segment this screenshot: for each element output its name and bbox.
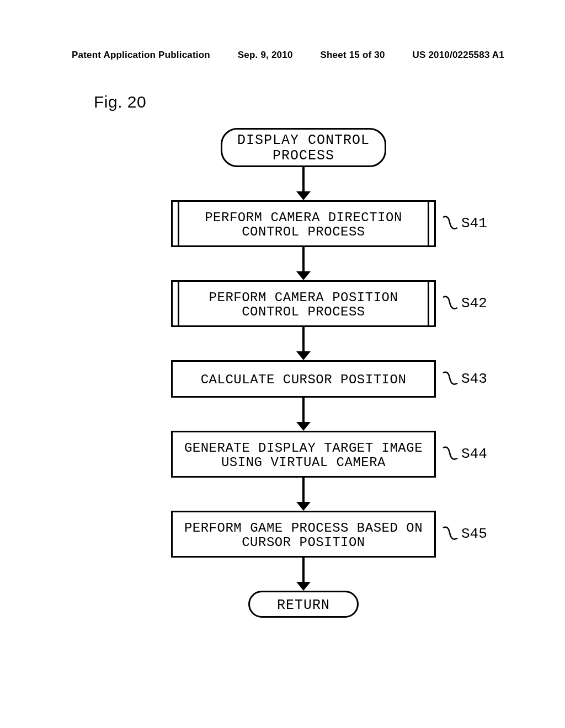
step-id-text: S44 [461,446,487,462]
page-header: Patent Application Publication Sep. 9, 2… [72,50,504,61]
step-s41: PERFORM CAMERA DIRECTION CONTROL PROCESS… [105,200,502,247]
step-s43: CALCULATE CURSOR POSITION S43 [105,360,502,398]
predefined-process-box: PERFORM CAMERA DIRECTION CONTROL PROCESS [171,200,436,247]
arrow [105,167,502,200]
arrow [105,398,502,431]
terminal-start: DISPLAY CONTROL PROCESS [221,128,386,167]
step-text: CONTROL PROCESS [242,224,365,239]
step-id-label: S43 [443,371,487,387]
leader-line-icon [443,296,458,311]
step-s44: GENERATE DISPLAY TARGET IMAGE USING VIRT… [105,431,502,478]
arrow [105,247,502,280]
step-text: PERFORM GAME PROCESS BASED ON [184,521,423,536]
step-text: CURSOR POSITION [242,535,365,550]
step-text: USING VIRTUAL CAMERA [221,455,386,470]
leader-line-icon [443,216,458,231]
arrow-head-icon [296,351,311,360]
step-text: CALCULATE CURSOR POSITION [201,372,407,387]
step-s42: PERFORM CAMERA POSITION CONTROL PROCESS … [105,280,502,327]
sheet-number: Sheet 15 of 30 [320,50,385,61]
arrow-shaft [302,167,305,191]
step-text: CONTROL PROCESS [242,304,365,319]
arrow [105,478,502,511]
process-box: CALCULATE CURSOR POSITION [171,360,436,398]
arrow-head-icon [296,271,311,280]
arrow-head-icon [296,191,311,200]
predefined-process-box: PERFORM CAMERA POSITION CONTROL PROCESS [171,280,436,327]
publication-date: Sep. 9, 2010 [238,50,293,61]
step-id-text: S43 [461,371,487,387]
step-id-text: S42 [461,295,487,312]
arrow-shaft [302,398,305,422]
arrow [105,558,502,591]
flowchart: DISPLAY CONTROL PROCESS PERFORM CAMERA D… [105,128,502,618]
step-id-text: S45 [461,526,487,542]
step-id-label: S42 [443,295,487,312]
arrow-shaft [302,247,305,271]
arrow-head-icon [296,582,311,591]
arrow-shaft [302,327,305,351]
publication-type: Patent Application Publication [72,50,210,61]
terminal-start-text-2: PROCESS [273,148,334,164]
step-id-label: S44 [443,446,487,462]
arrow-head-icon [296,502,311,511]
arrow [105,327,502,360]
step-id-text: S41 [461,215,487,232]
publication-number: US 2010/0225583 A1 [412,50,504,61]
leader-line-icon [443,446,458,462]
process-box: GENERATE DISPLAY TARGET IMAGE USING VIRT… [171,431,436,478]
terminal-return-text: RETURN [277,597,330,613]
step-id-label: S45 [443,526,487,542]
arrow-shaft [302,478,305,502]
arrow-shaft [302,558,305,582]
step-text: PERFORM CAMERA DIRECTION [205,210,402,225]
step-text: GENERATE DISPLAY TARGET IMAGE [184,441,423,456]
arrow-head-icon [296,422,311,431]
step-text: PERFORM CAMERA POSITION [209,290,398,305]
step-s45: PERFORM GAME PROCESS BASED ON CURSOR POS… [105,511,502,558]
terminal-start-text-1: DISPLAY CONTROL [237,132,370,148]
leader-line-icon [443,526,458,542]
figure-label: Fig. 20 [94,93,504,111]
leader-line-icon [443,371,458,387]
terminal-return: RETURN [248,591,359,618]
page: Patent Application Publication Sep. 9, 2… [0,0,565,728]
process-box: PERFORM GAME PROCESS BASED ON CURSOR POS… [171,511,436,558]
step-id-label: S41 [443,215,487,232]
